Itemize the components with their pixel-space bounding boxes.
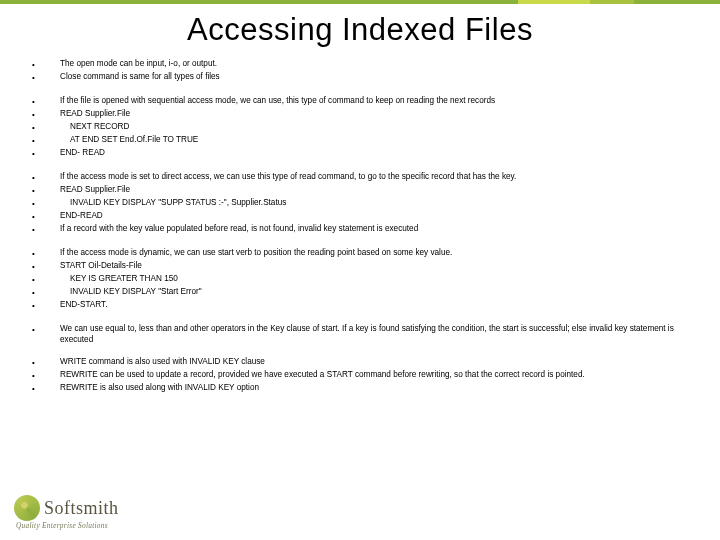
bullet-row: •END-START. — [30, 299, 705, 312]
bullet-text: REWRITE is also used along with INVALID … — [60, 382, 705, 393]
group-gap — [30, 84, 705, 95]
bullet-text: If a record with the key value populated… — [60, 223, 705, 234]
bullet-mark: • — [30, 197, 60, 210]
bar-seg — [590, 0, 633, 4]
bullet-text: END-START. — [60, 299, 705, 310]
bullet-row: •REWRITE is also used along with INVALID… — [30, 382, 705, 395]
bullet-text: NEXT RECORD — [60, 121, 705, 132]
bullet-text: READ Supplier.File — [60, 108, 705, 119]
bullet-row: •WRITE command is also used with INVALID… — [30, 356, 705, 369]
logo: Softsmith Quality Enterprise Solutions — [14, 495, 119, 530]
bullet-text: START Oil-Details-File — [60, 260, 705, 271]
bullet-text: READ Supplier.File — [60, 184, 705, 195]
bullet-mark: • — [30, 95, 60, 108]
logo-tagline: Quality Enterprise Solutions — [16, 521, 119, 530]
bullet-mark: • — [30, 108, 60, 121]
bullet-mark: • — [30, 210, 60, 223]
bullet-mark: • — [30, 273, 60, 286]
bullet-row: •We can use equal to, less than and othe… — [30, 323, 705, 345]
bullet-mark: • — [30, 121, 60, 134]
bullet-text: If the file is opened with sequential ac… — [60, 95, 705, 106]
logo-main: Softsmith — [14, 495, 119, 521]
bar-seg — [0, 0, 518, 4]
bullet-text: END- READ — [60, 147, 705, 158]
bullet-text: INVALID KEY DISPLAY "SUPP STATUS :-", Su… — [60, 197, 705, 208]
bullet-mark: • — [30, 71, 60, 84]
bullet-row: •If the file is opened with sequential a… — [30, 95, 705, 108]
bullet-row: •READ Supplier.File — [30, 184, 705, 197]
bullet-row: •AT END SET End.Of.File TO TRUE — [30, 134, 705, 147]
group-gap — [30, 312, 705, 323]
bullet-mark: • — [30, 260, 60, 273]
bullet-mark: • — [30, 286, 60, 299]
bullet-row: •READ Supplier.File — [30, 108, 705, 121]
bullet-text: REWRITE can be used to update a record, … — [60, 369, 705, 380]
bullet-row: •START Oil-Details-File — [30, 260, 705, 273]
bullet-text: If the access mode is set to direct acce… — [60, 171, 705, 182]
bullet-mark: • — [30, 171, 60, 184]
bar-seg — [518, 0, 590, 4]
bullet-mark: • — [30, 299, 60, 312]
bullet-text: INVALID KEY DISPLAY "Start Error" — [60, 286, 705, 297]
bullet-row: •INVALID KEY DISPLAY "SUPP STATUS :-", S… — [30, 197, 705, 210]
group-gap — [30, 160, 705, 171]
bullet-row: •REWRITE can be used to update a record,… — [30, 369, 705, 382]
bullet-row: •END- READ — [30, 147, 705, 160]
bullet-row: •If the access mode is set to direct acc… — [30, 171, 705, 184]
bullet-text: AT END SET End.Of.File TO TRUE — [60, 134, 705, 145]
bullet-mark: • — [30, 184, 60, 197]
bullet-row: •If a record with the key value populate… — [30, 223, 705, 236]
bullet-text: KEY IS GREATER THAN 150 — [60, 273, 705, 284]
bullet-mark: • — [30, 223, 60, 236]
group-gap — [30, 345, 705, 356]
page-title: Accessing Indexed Files — [0, 12, 720, 48]
group-gap — [30, 236, 705, 247]
bullet-row: •NEXT RECORD — [30, 121, 705, 134]
bullet-row: •Close command is same for all types of … — [30, 71, 705, 84]
bullet-mark: • — [30, 356, 60, 369]
bullet-mark: • — [30, 369, 60, 382]
bullet-text: The open mode can be input, i-o, or outp… — [60, 58, 705, 69]
bullet-row: •KEY IS GREATER THAN 150 — [30, 273, 705, 286]
bullet-mark: • — [30, 147, 60, 160]
bullet-text: WRITE command is also used with INVALID … — [60, 356, 705, 367]
bullet-mark: • — [30, 134, 60, 147]
bullet-text: We can use equal to, less than and other… — [60, 323, 705, 345]
content-area: •The open mode can be input, i-o, or out… — [30, 58, 705, 395]
bullet-text: Close command is same for all types of f… — [60, 71, 705, 82]
logo-text: Softsmith — [44, 498, 119, 519]
bullet-text: END-READ — [60, 210, 705, 221]
bullet-row: •The open mode can be input, i-o, or out… — [30, 58, 705, 71]
bullet-mark: • — [30, 58, 60, 71]
bullet-row: •END-READ — [30, 210, 705, 223]
bar-seg — [634, 0, 720, 4]
logo-swirl-icon — [14, 495, 40, 521]
top-accent-bar — [0, 0, 720, 4]
bullet-mark: • — [30, 382, 60, 395]
bullet-mark: • — [30, 247, 60, 260]
bullet-row: •If the access mode is dynamic, we can u… — [30, 247, 705, 260]
bullet-mark: • — [30, 323, 60, 336]
bullet-row: •INVALID KEY DISPLAY "Start Error" — [30, 286, 705, 299]
bullet-text: If the access mode is dynamic, we can us… — [60, 247, 705, 258]
